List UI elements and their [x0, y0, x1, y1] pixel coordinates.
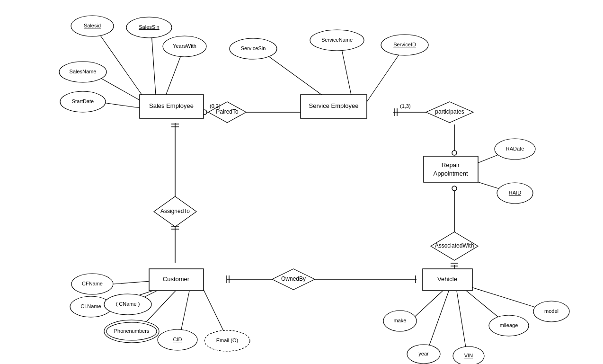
serviceid-label: ServiceID	[393, 42, 416, 47]
salesname-label: SalesName	[70, 69, 97, 74]
yearswith-label: YearsWith	[173, 43, 196, 49]
svg-line-33	[341, 45, 353, 102]
service-employee-label: Service Employee	[309, 102, 359, 109]
svg-point-10	[452, 151, 457, 155]
svg-point-23	[452, 186, 457, 191]
email-label: Email (O)	[216, 337, 238, 343]
cardinality-13: (1,3)	[400, 103, 411, 109]
servicename-label: ServiceName	[321, 37, 353, 43]
salessin-label: SalesSin	[139, 24, 159, 30]
associated-with-label: AssociatedWith	[435, 242, 474, 249]
phonenumbers-label: Phonenumbers	[114, 328, 150, 334]
raid-label: RAID	[509, 190, 521, 195]
participates-label: participates	[435, 108, 464, 115]
radate-label: RADate	[506, 146, 524, 151]
vehicle-label: Vehicle	[437, 275, 457, 283]
model-label: model	[544, 308, 559, 314]
cname-label: ( CName )	[116, 301, 140, 307]
clname-label: CLName	[80, 303, 101, 309]
assigned-to-label: AssignedTo	[160, 208, 190, 214]
vin-label: VIN	[464, 353, 473, 358]
servicesin-label: ServiceSin	[241, 45, 266, 51]
svg-line-27	[97, 31, 147, 102]
salesid-label: Salesid	[84, 23, 101, 28]
repair-appointment-entity	[424, 156, 478, 182]
startdate-label: StartDate	[72, 98, 94, 104]
cfname-label: CFName	[82, 281, 103, 286]
mileage-label: mileage	[500, 322, 518, 328]
svg-line-34	[367, 50, 402, 102]
svg-line-47	[469, 286, 544, 310]
cid-label: CID	[173, 337, 182, 342]
svg-line-45	[457, 291, 466, 350]
svg-line-41	[180, 291, 189, 336]
customer-label: Customer	[163, 275, 190, 283]
year-label: year	[418, 351, 429, 356]
cardinality-02: (0,2)	[210, 103, 221, 109]
repair-appointment-label1: Repair	[442, 161, 460, 169]
repair-appointment-label2: Appointment	[434, 170, 468, 177]
er-diagram: Sales Employee Service Employee Repair A…	[0, 0, 603, 364]
svg-line-44	[428, 291, 449, 348]
make-label: make	[394, 318, 407, 323]
svg-line-28	[151, 33, 156, 102]
sales-employee-label: Sales Employee	[149, 102, 194, 109]
owned-by-label: OwnedBy	[281, 275, 306, 282]
paired-to-label: PairedTo	[216, 108, 239, 115]
